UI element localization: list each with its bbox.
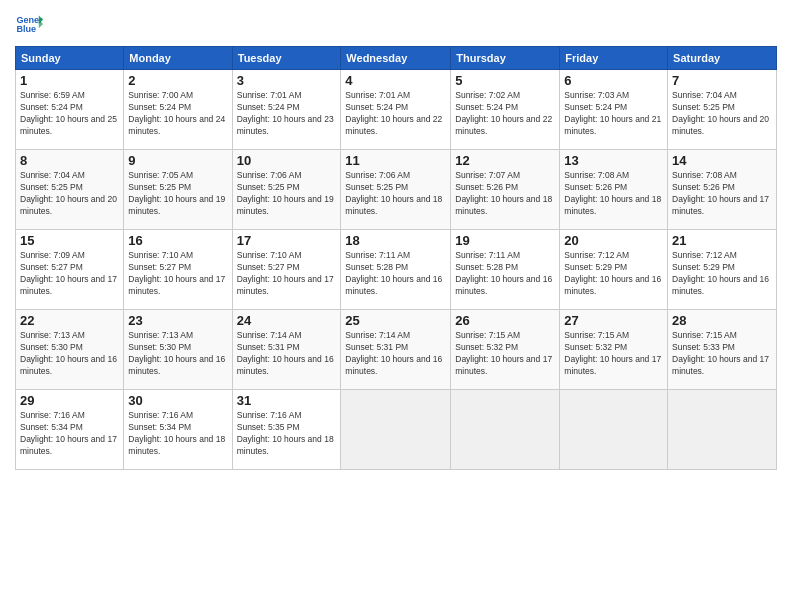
day-number: 11 — [345, 153, 446, 168]
page-container: General Blue SundayMondayTuesdayWednesda… — [0, 0, 792, 480]
day-number: 30 — [128, 393, 227, 408]
calendar-cell: 14Sunrise: 7:08 AM Sunset: 5:26 PM Dayli… — [668, 150, 777, 230]
day-detail: Sunrise: 7:12 AM Sunset: 5:29 PM Dayligh… — [672, 250, 772, 298]
calendar-table: SundayMondayTuesdayWednesdayThursdayFrid… — [15, 46, 777, 470]
day-detail: Sunrise: 7:08 AM Sunset: 5:26 PM Dayligh… — [672, 170, 772, 218]
day-number: 20 — [564, 233, 663, 248]
day-number: 25 — [345, 313, 446, 328]
calendar-cell: 27Sunrise: 7:15 AM Sunset: 5:32 PM Dayli… — [560, 310, 668, 390]
calendar-week-row: 15Sunrise: 7:09 AM Sunset: 5:27 PM Dayli… — [16, 230, 777, 310]
calendar-cell — [451, 390, 560, 470]
day-number: 24 — [237, 313, 337, 328]
calendar-cell: 9Sunrise: 7:05 AM Sunset: 5:25 PM Daylig… — [124, 150, 232, 230]
calendar-cell: 8Sunrise: 7:04 AM Sunset: 5:25 PM Daylig… — [16, 150, 124, 230]
weekday-header-sunday: Sunday — [16, 47, 124, 70]
day-number: 31 — [237, 393, 337, 408]
calendar-cell: 20Sunrise: 7:12 AM Sunset: 5:29 PM Dayli… — [560, 230, 668, 310]
day-number: 9 — [128, 153, 227, 168]
day-number: 5 — [455, 73, 555, 88]
day-detail: Sunrise: 7:16 AM Sunset: 5:35 PM Dayligh… — [237, 410, 337, 458]
calendar-cell: 23Sunrise: 7:13 AM Sunset: 5:30 PM Dayli… — [124, 310, 232, 390]
calendar-cell: 29Sunrise: 7:16 AM Sunset: 5:34 PM Dayli… — [16, 390, 124, 470]
day-detail: Sunrise: 7:14 AM Sunset: 5:31 PM Dayligh… — [237, 330, 337, 378]
weekday-header-monday: Monday — [124, 47, 232, 70]
day-detail: Sunrise: 7:01 AM Sunset: 5:24 PM Dayligh… — [237, 90, 337, 138]
calendar-cell: 1Sunrise: 6:59 AM Sunset: 5:24 PM Daylig… — [16, 70, 124, 150]
day-detail: Sunrise: 7:10 AM Sunset: 5:27 PM Dayligh… — [237, 250, 337, 298]
weekday-header-wednesday: Wednesday — [341, 47, 451, 70]
weekday-header-friday: Friday — [560, 47, 668, 70]
day-number: 28 — [672, 313, 772, 328]
day-detail: Sunrise: 7:09 AM Sunset: 5:27 PM Dayligh… — [20, 250, 119, 298]
calendar-cell: 28Sunrise: 7:15 AM Sunset: 5:33 PM Dayli… — [668, 310, 777, 390]
day-detail: Sunrise: 7:01 AM Sunset: 5:24 PM Dayligh… — [345, 90, 446, 138]
calendar-cell: 13Sunrise: 7:08 AM Sunset: 5:26 PM Dayli… — [560, 150, 668, 230]
day-number: 4 — [345, 73, 446, 88]
calendar-cell: 5Sunrise: 7:02 AM Sunset: 5:24 PM Daylig… — [451, 70, 560, 150]
day-detail: Sunrise: 7:10 AM Sunset: 5:27 PM Dayligh… — [128, 250, 227, 298]
calendar-cell: 19Sunrise: 7:11 AM Sunset: 5:28 PM Dayli… — [451, 230, 560, 310]
day-detail: Sunrise: 7:12 AM Sunset: 5:29 PM Dayligh… — [564, 250, 663, 298]
day-detail: Sunrise: 7:02 AM Sunset: 5:24 PM Dayligh… — [455, 90, 555, 138]
calendar-week-row: 29Sunrise: 7:16 AM Sunset: 5:34 PM Dayli… — [16, 390, 777, 470]
day-detail: Sunrise: 7:16 AM Sunset: 5:34 PM Dayligh… — [20, 410, 119, 458]
day-number: 26 — [455, 313, 555, 328]
calendar-cell: 24Sunrise: 7:14 AM Sunset: 5:31 PM Dayli… — [232, 310, 341, 390]
day-detail: Sunrise: 6:59 AM Sunset: 5:24 PM Dayligh… — [20, 90, 119, 138]
day-detail: Sunrise: 7:04 AM Sunset: 5:25 PM Dayligh… — [20, 170, 119, 218]
day-number: 29 — [20, 393, 119, 408]
day-number: 21 — [672, 233, 772, 248]
calendar-cell — [668, 390, 777, 470]
calendar-week-row: 8Sunrise: 7:04 AM Sunset: 5:25 PM Daylig… — [16, 150, 777, 230]
calendar-cell: 25Sunrise: 7:14 AM Sunset: 5:31 PM Dayli… — [341, 310, 451, 390]
svg-text:Blue: Blue — [16, 24, 36, 34]
day-number: 19 — [455, 233, 555, 248]
day-detail: Sunrise: 7:04 AM Sunset: 5:25 PM Dayligh… — [672, 90, 772, 138]
day-detail: Sunrise: 7:06 AM Sunset: 5:25 PM Dayligh… — [237, 170, 337, 218]
calendar-cell: 22Sunrise: 7:13 AM Sunset: 5:30 PM Dayli… — [16, 310, 124, 390]
day-number: 18 — [345, 233, 446, 248]
day-detail: Sunrise: 7:15 AM Sunset: 5:32 PM Dayligh… — [564, 330, 663, 378]
day-detail: Sunrise: 7:06 AM Sunset: 5:25 PM Dayligh… — [345, 170, 446, 218]
day-detail: Sunrise: 7:13 AM Sunset: 5:30 PM Dayligh… — [128, 330, 227, 378]
calendar-cell: 4Sunrise: 7:01 AM Sunset: 5:24 PM Daylig… — [341, 70, 451, 150]
weekday-header-thursday: Thursday — [451, 47, 560, 70]
day-detail: Sunrise: 7:07 AM Sunset: 5:26 PM Dayligh… — [455, 170, 555, 218]
logo: General Blue — [15, 10, 43, 38]
day-number: 12 — [455, 153, 555, 168]
calendar-cell: 3Sunrise: 7:01 AM Sunset: 5:24 PM Daylig… — [232, 70, 341, 150]
day-detail: Sunrise: 7:11 AM Sunset: 5:28 PM Dayligh… — [455, 250, 555, 298]
calendar-cell — [560, 390, 668, 470]
day-number: 8 — [20, 153, 119, 168]
day-detail: Sunrise: 7:00 AM Sunset: 5:24 PM Dayligh… — [128, 90, 227, 138]
day-detail: Sunrise: 7:16 AM Sunset: 5:34 PM Dayligh… — [128, 410, 227, 458]
day-number: 27 — [564, 313, 663, 328]
day-number: 23 — [128, 313, 227, 328]
calendar-cell: 21Sunrise: 7:12 AM Sunset: 5:29 PM Dayli… — [668, 230, 777, 310]
weekday-header-tuesday: Tuesday — [232, 47, 341, 70]
calendar-cell: 15Sunrise: 7:09 AM Sunset: 5:27 PM Dayli… — [16, 230, 124, 310]
calendar-cell: 17Sunrise: 7:10 AM Sunset: 5:27 PM Dayli… — [232, 230, 341, 310]
day-number: 1 — [20, 73, 119, 88]
header: General Blue — [15, 10, 777, 38]
day-detail: Sunrise: 7:15 AM Sunset: 5:33 PM Dayligh… — [672, 330, 772, 378]
calendar-cell: 6Sunrise: 7:03 AM Sunset: 5:24 PM Daylig… — [560, 70, 668, 150]
day-number: 14 — [672, 153, 772, 168]
calendar-week-row: 1Sunrise: 6:59 AM Sunset: 5:24 PM Daylig… — [16, 70, 777, 150]
calendar-cell: 11Sunrise: 7:06 AM Sunset: 5:25 PM Dayli… — [341, 150, 451, 230]
calendar-cell — [341, 390, 451, 470]
calendar-cell: 7Sunrise: 7:04 AM Sunset: 5:25 PM Daylig… — [668, 70, 777, 150]
day-number: 22 — [20, 313, 119, 328]
calendar-cell: 18Sunrise: 7:11 AM Sunset: 5:28 PM Dayli… — [341, 230, 451, 310]
day-detail: Sunrise: 7:14 AM Sunset: 5:31 PM Dayligh… — [345, 330, 446, 378]
day-number: 13 — [564, 153, 663, 168]
day-number: 16 — [128, 233, 227, 248]
weekday-header-row: SundayMondayTuesdayWednesdayThursdayFrid… — [16, 47, 777, 70]
calendar-cell: 30Sunrise: 7:16 AM Sunset: 5:34 PM Dayli… — [124, 390, 232, 470]
day-detail: Sunrise: 7:05 AM Sunset: 5:25 PM Dayligh… — [128, 170, 227, 218]
calendar-week-row: 22Sunrise: 7:13 AM Sunset: 5:30 PM Dayli… — [16, 310, 777, 390]
calendar-cell: 12Sunrise: 7:07 AM Sunset: 5:26 PM Dayli… — [451, 150, 560, 230]
day-number: 7 — [672, 73, 772, 88]
day-number: 15 — [20, 233, 119, 248]
calendar-cell: 16Sunrise: 7:10 AM Sunset: 5:27 PM Dayli… — [124, 230, 232, 310]
